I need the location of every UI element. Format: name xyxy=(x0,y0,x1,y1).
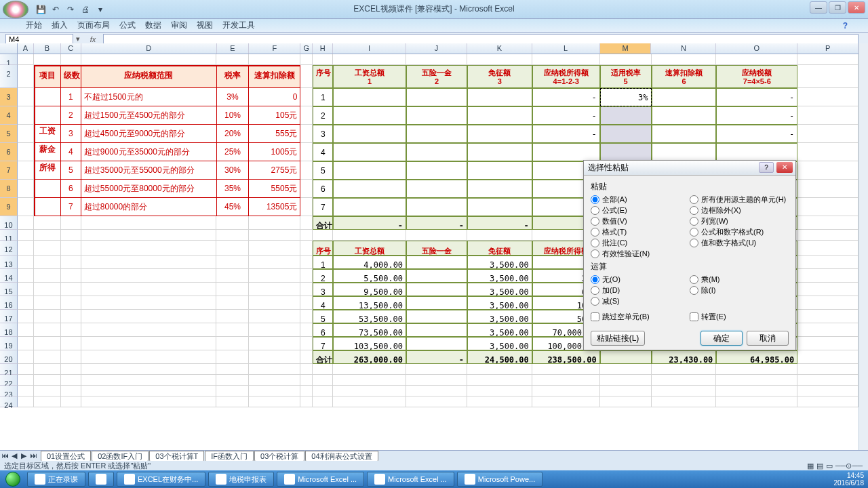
cell-K1[interactable] xyxy=(467,54,532,65)
cell-G13[interactable] xyxy=(300,256,313,269)
view-normal-icon[interactable]: ▦ xyxy=(807,462,814,470)
col-header-I[interactable]: I xyxy=(333,43,406,54)
cell-F1[interactable] xyxy=(249,54,300,65)
cell-I5[interactable] xyxy=(333,125,406,143)
tab-dev[interactable]: 开发工具 xyxy=(222,20,255,31)
cell-E15[interactable] xyxy=(216,283,249,296)
cell-B11[interactable] xyxy=(34,230,61,241)
taskbar-item-5[interactable]: Microsoft Excel ... xyxy=(367,472,454,487)
cell-C20[interactable] xyxy=(61,350,81,364)
cell-B24[interactable] xyxy=(34,396,61,407)
cell-E13[interactable] xyxy=(216,256,249,269)
cell-L4[interactable]: - xyxy=(532,106,600,125)
cell-E21[interactable] xyxy=(216,364,249,375)
cell-D19[interactable] xyxy=(81,337,217,350)
cell-B15[interactable] xyxy=(34,283,61,296)
cell-F3[interactable]: 0 xyxy=(249,88,300,106)
cell-O5[interactable]: - xyxy=(716,125,797,143)
cell-C16[interactable] xyxy=(61,296,81,310)
cell-N20[interactable]: 23,430.00 xyxy=(652,350,717,364)
cell-K18[interactable]: 3,500.00 xyxy=(467,323,532,337)
view-layout-icon[interactable]: ▤ xyxy=(816,462,823,470)
cell-J14[interactable] xyxy=(406,269,467,283)
taskbar-item-6[interactable]: Microsoft Powe... xyxy=(457,472,542,487)
cell-L6[interactable] xyxy=(532,143,600,161)
cell-H16[interactable]: 4 xyxy=(313,296,333,310)
cell-G15[interactable] xyxy=(300,283,313,296)
cell-I19[interactable]: 103,500.00 xyxy=(333,337,406,350)
cell-C10[interactable] xyxy=(61,216,81,230)
ok-button[interactable]: 确定 xyxy=(701,331,743,346)
cell-K23[interactable] xyxy=(467,386,532,396)
cell-C12[interactable] xyxy=(61,241,81,256)
taskbar-item-4[interactable]: Microsoft Excel ... xyxy=(277,472,364,487)
cell-P17[interactable] xyxy=(797,310,859,323)
skip-blanks-checkbox[interactable]: 跳过空单元(B) xyxy=(591,312,690,322)
cell-O20[interactable]: 64,985.00 xyxy=(716,350,797,364)
cell-L24[interactable] xyxy=(532,396,600,407)
cell-C11[interactable] xyxy=(61,230,81,241)
cell-G5[interactable] xyxy=(300,125,313,143)
cell-C24[interactable] xyxy=(61,396,81,407)
cell-F13[interactable] xyxy=(249,256,300,269)
cell-D4[interactable]: 超过1500元至4500元的部分 xyxy=(81,106,217,125)
taskbar-item-2[interactable]: EXCEL在财务中... xyxy=(117,472,205,487)
cell-M4[interactable] xyxy=(600,106,652,125)
cell-I7[interactable] xyxy=(333,161,406,180)
cell-C17[interactable] xyxy=(61,310,81,323)
cell-P18[interactable] xyxy=(797,323,859,337)
cell-P9[interactable] xyxy=(797,198,859,216)
cell-F11[interactable] xyxy=(249,230,300,241)
cell-H12[interactable]: 序号 xyxy=(313,241,333,256)
col-header-D[interactable]: D xyxy=(81,43,217,54)
cell-G1[interactable] xyxy=(300,54,313,65)
cell-G18[interactable] xyxy=(300,323,313,337)
cell-D9[interactable]: 超过80000的部分 xyxy=(81,198,217,216)
cell-J15[interactable] xyxy=(406,283,467,296)
cell-E8[interactable]: 35% xyxy=(217,180,250,198)
cell-A1[interactable] xyxy=(18,54,34,65)
cell-O21[interactable] xyxy=(716,364,797,375)
cell-J9[interactable] xyxy=(406,198,467,216)
row-header-4[interactable]: 4 xyxy=(0,106,18,125)
cell-E5[interactable]: 20% xyxy=(217,125,250,143)
cell-C1[interactable] xyxy=(61,54,81,65)
cell-K7[interactable] xyxy=(467,161,532,180)
cell-D11[interactable] xyxy=(81,230,217,241)
cell-J8[interactable] xyxy=(406,180,467,198)
cell-A7[interactable] xyxy=(18,161,34,180)
cell-P5[interactable] xyxy=(797,125,859,143)
cell-E18[interactable] xyxy=(216,323,249,337)
cell-G16[interactable] xyxy=(300,296,313,310)
tab-home[interactable]: 开始 xyxy=(26,20,42,31)
col-header-K[interactable]: K xyxy=(467,43,532,54)
cell-J24[interactable] xyxy=(406,396,467,407)
cell-B14[interactable] xyxy=(34,269,61,283)
cell-D10[interactable] xyxy=(81,216,217,230)
cell-L22[interactable] xyxy=(532,375,600,386)
cell-E12[interactable] xyxy=(216,241,249,256)
cell-E2[interactable]: 税率 xyxy=(217,65,250,88)
cell-K2[interactable]: 免征额 3 xyxy=(467,65,532,88)
cell-K20[interactable]: 24,500.00 xyxy=(467,350,532,364)
col-header-M[interactable]: M xyxy=(600,43,652,54)
minimize-button[interactable]: — xyxy=(810,1,827,14)
cell-H5[interactable]: 3 xyxy=(313,125,333,143)
cell-G9[interactable] xyxy=(300,198,313,216)
cell-E9[interactable]: 45% xyxy=(217,198,250,216)
row-header-15[interactable]: 15 xyxy=(0,283,18,296)
row-header-23[interactable]: 23 xyxy=(0,386,18,396)
cell-P15[interactable] xyxy=(797,283,859,296)
cell-I9[interactable] xyxy=(333,198,406,216)
cell-M23[interactable] xyxy=(600,386,652,396)
radio-paste-left-2[interactable]: 数值(V) xyxy=(591,216,690,226)
cell-M6[interactable] xyxy=(600,143,652,161)
cell-E23[interactable] xyxy=(216,386,249,396)
cell-K6[interactable] xyxy=(467,143,532,161)
cell-I11[interactable] xyxy=(333,230,406,241)
cell-I21[interactable] xyxy=(333,364,406,375)
transpose-checkbox[interactable]: 转置(E) xyxy=(690,312,789,322)
cell-H23[interactable] xyxy=(313,386,333,396)
cell-C18[interactable] xyxy=(61,323,81,337)
cell-A19[interactable] xyxy=(18,337,34,350)
